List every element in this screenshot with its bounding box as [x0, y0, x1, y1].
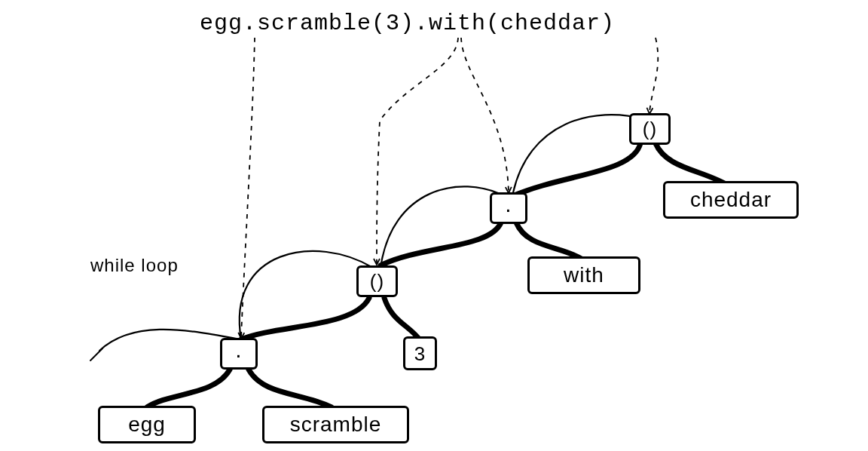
node-egg: egg [98, 406, 196, 443]
diagram-stage: egg.scramble(3).with(cheddar) while loop… [0, 0, 868, 451]
node-three: 3 [403, 336, 437, 370]
node-call-2: () [629, 113, 671, 145]
node-with: with [527, 256, 640, 294]
node-dot-2: . [490, 192, 527, 224]
node-scramble: scramble [262, 406, 409, 443]
node-call-1: () [356, 265, 398, 297]
expression-title: egg.scramble(3).with(cheddar) [200, 11, 615, 36]
node-cheddar: cheddar [663, 181, 799, 219]
connectors [0, 0, 868, 451]
while-loop-annotation: while loop [90, 255, 179, 276]
node-dot-1: . [220, 338, 258, 370]
